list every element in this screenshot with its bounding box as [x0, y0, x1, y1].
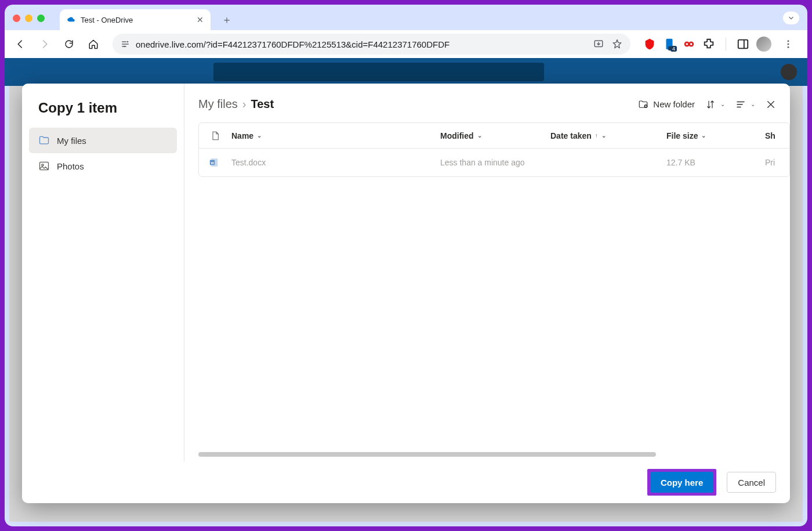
close-icon — [766, 99, 776, 110]
view-list-icon — [735, 99, 746, 110]
separator — [726, 38, 726, 50]
dialog-main: My files › Test New folder ⌄ — [184, 84, 790, 461]
new-folder-button[interactable]: New folder — [638, 99, 695, 110]
browser-tab[interactable]: Test - OneDrive ✕ — [60, 9, 211, 30]
svg-point-13 — [788, 46, 789, 48]
dialog-sidebar: Copy 1 item My files Photos — [22, 84, 184, 461]
home-button[interactable] — [84, 34, 103, 54]
svg-point-12 — [788, 44, 789, 45]
svg-rect-9 — [738, 40, 748, 49]
bookmark-star-icon[interactable] — [612, 39, 622, 49]
chevron-down-icon: ⌄ — [257, 132, 262, 139]
table-row[interactable]: W Test.docx Less than a minute ago 12.7 … — [199, 149, 790, 176]
file-name: Test.docx — [231, 158, 266, 167]
sidebar-item-label: My files — [57, 136, 86, 146]
window-controls — [13, 15, 45, 22]
dialog-title: Copy 1 item — [29, 97, 177, 128]
onedrive-favicon-icon — [67, 15, 76, 24]
tab-overflow-button[interactable] — [783, 12, 799, 24]
extensions-row: 4 — [643, 34, 798, 54]
file-icon — [211, 131, 220, 141]
copy-here-highlight: Copy here — [647, 469, 716, 496]
onedrive-header-bar — [5, 58, 807, 86]
column-date-taken[interactable]: Date taken ↑ ⌄ — [550, 131, 666, 140]
sidebar-item-label: Photos — [57, 161, 84, 171]
sort-button[interactable]: ⌄ — [705, 99, 725, 110]
svg-point-1 — [124, 46, 125, 48]
extension-mobile-icon[interactable]: 4 — [663, 38, 676, 50]
extension-badge: 4 — [670, 46, 677, 52]
file-modified: Less than a minute ago — [440, 158, 525, 167]
sidepanel-icon[interactable] — [737, 38, 749, 50]
onedrive-search-placeholder — [213, 63, 544, 81]
window-maximize-dot[interactable] — [37, 15, 45, 22]
back-button[interactable] — [10, 34, 30, 54]
cancel-button[interactable]: Cancel — [727, 472, 776, 493]
dialog-close-button[interactable] — [766, 99, 776, 110]
svg-point-0 — [127, 41, 129, 43]
site-settings-icon[interactable] — [121, 39, 130, 49]
url-text: onedrive.live.com/?id=F44212371760DFDF%2… — [136, 39, 449, 49]
sort-icon — [705, 99, 716, 110]
copy-here-button[interactable]: Copy here — [650, 472, 713, 493]
sidebar-item-photos[interactable]: Photos — [29, 153, 177, 179]
file-table: Name ⌄ Modified ⌄ Date taken ↑ — [198, 122, 790, 177]
svg-text:W: W — [211, 161, 215, 165]
reload-button[interactable] — [59, 34, 79, 54]
column-file-size[interactable]: File size ⌄ — [666, 131, 765, 140]
forward-button[interactable] — [35, 34, 55, 54]
column-name[interactable]: Name ⌄ — [231, 131, 440, 140]
close-tab-icon[interactable]: ✕ — [197, 15, 204, 24]
window-close-dot[interactable] — [13, 15, 20, 22]
new-folder-icon — [638, 99, 648, 110]
onedrive-avatar — [781, 64, 797, 80]
install-app-icon[interactable] — [593, 39, 604, 49]
svg-point-8 — [690, 43, 693, 45]
breadcrumb-root[interactable]: My files — [198, 97, 238, 111]
new-folder-label: New folder — [653, 99, 695, 109]
file-size: 12.7 KB — [666, 158, 695, 167]
photo-icon — [38, 160, 50, 172]
tab-title: Test - OneDrive — [81, 16, 133, 24]
window-minimize-dot[interactable] — [25, 15, 32, 22]
browser-toolbar: onedrive.live.com/?id=F44212371760DFDF%2… — [5, 30, 807, 58]
word-file-icon: W — [209, 157, 221, 168]
extension-ublock-icon[interactable] — [643, 38, 656, 50]
view-button[interactable]: ⌄ — [735, 99, 755, 110]
column-modified[interactable]: Modified ⌄ — [440, 131, 550, 140]
chevron-down-icon: ⌄ — [601, 132, 606, 139]
chevron-down-icon: ⌄ — [720, 101, 725, 107]
copy-dialog: Copy 1 item My files Photos My files — [22, 84, 790, 503]
column-filetype[interactable] — [199, 131, 231, 141]
profile-avatar[interactable] — [756, 37, 771, 52]
extension-eyes-icon[interactable] — [683, 38, 695, 50]
breadcrumb: My files › Test — [198, 97, 274, 111]
extensions-menu-icon[interactable] — [702, 38, 715, 50]
sidebar-item-my-files[interactable]: My files — [29, 128, 177, 153]
address-bar[interactable]: onedrive.live.com/?id=F44212371760DFDF%2… — [113, 34, 630, 55]
breadcrumb-current: Test — [251, 97, 274, 111]
svg-point-15 — [42, 164, 44, 166]
chevron-down-icon: ⌄ — [701, 132, 706, 139]
chevron-down-icon: ⌄ — [751, 101, 755, 107]
chevron-right-icon: › — [242, 97, 246, 111]
arrow-up-icon: ↑ — [595, 132, 598, 139]
chevron-down-icon: ⌄ — [477, 132, 482, 139]
chrome-menu-icon[interactable] — [778, 34, 798, 54]
dialog-footer: Copy here Cancel — [22, 461, 790, 503]
svg-point-7 — [686, 43, 688, 45]
folder-icon — [38, 135, 50, 146]
file-sharing: Pri — [765, 158, 775, 167]
column-sharing[interactable]: Sh — [765, 131, 790, 140]
tab-strip: Test - OneDrive ✕ ＋ — [5, 5, 807, 30]
new-tab-button[interactable]: ＋ — [219, 12, 235, 28]
svg-point-11 — [788, 40, 789, 42]
table-header: Name ⌄ Modified ⌄ Date taken ↑ — [199, 123, 790, 149]
horizontal-scrollbar[interactable] — [198, 452, 785, 458]
